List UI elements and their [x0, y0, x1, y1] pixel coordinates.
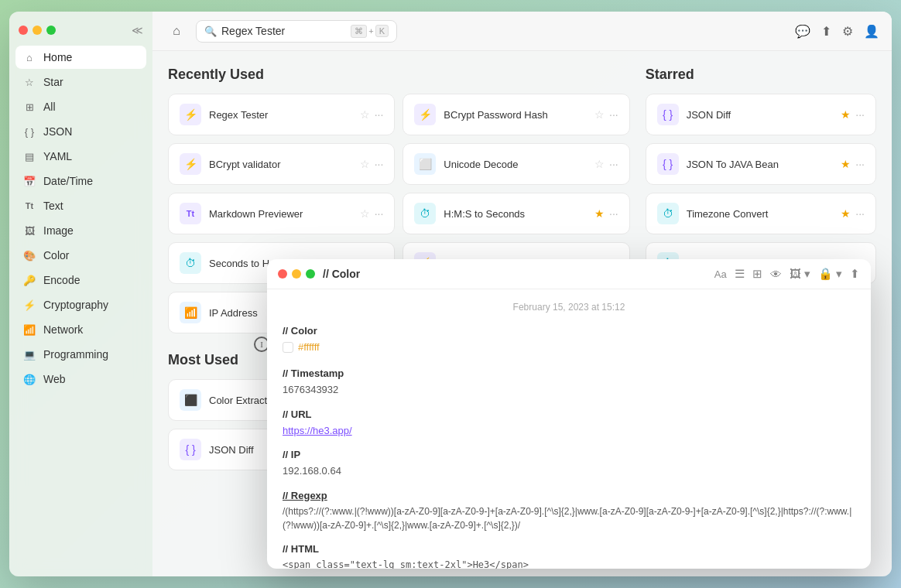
list-view-icon[interactable]: ☰: [735, 267, 745, 281]
more-timezone-starred[interactable]: ···: [855, 207, 865, 220]
modal-tools: Aa ☰ ⊞ 👁 🖼 ▾ 🔒 ▾ ⬆: [714, 267, 860, 281]
tool-name-unicode-decode: Unicode Decode: [444, 159, 587, 170]
sidebar-item-cryptography[interactable]: ⚡ Cryptography: [15, 293, 146, 316]
modal-url-value[interactable]: https://he3.app/: [283, 423, 855, 439]
star-json-java[interactable]: ★: [841, 158, 851, 170]
tool-name-bcrypt-validator: BCrypt validator: [209, 159, 352, 170]
sidebar-item-text[interactable]: Tt Text: [15, 194, 146, 217]
top-bar: ⌂ 🔍 ⌘ + K 💬 ⬆ ⚙ 👤: [152, 12, 892, 51]
search-input[interactable]: [221, 25, 346, 37]
tool-card-hms-to-seconds[interactable]: ⏱ H:M:S to Seconds ★ ···: [403, 193, 629, 234]
datetime-icon: 📅: [23, 175, 36, 187]
color-modal[interactable]: // Color Aa ☰ ⊞ 👁 🖼 ▾ 🔒 ▾ ⬆ February 15,…: [267, 259, 871, 569]
font-size-icon[interactable]: Aa: [714, 268, 727, 280]
tool-card-unicode-decode[interactable]: ⬜ Unicode Decode ☆ ···: [403, 143, 629, 185]
modal-title: // Color: [323, 268, 707, 280]
more-markdown[interactable]: ···: [375, 207, 384, 220]
web-icon: 🌐: [23, 373, 36, 385]
lock-icon[interactable]: 🔒 ▾: [818, 267, 842, 281]
tool-card-json-diff-starred[interactable]: { } JSON Diff ★ ···: [646, 94, 876, 135]
sidebar-item-yaml[interactable]: ▤ YAML: [15, 145, 146, 168]
more-hms-to-seconds[interactable]: ···: [609, 207, 618, 220]
modal-close-button[interactable]: [278, 269, 287, 279]
card-actions-regex: ☆ ···: [360, 108, 384, 121]
modal-section-color: // Color #ffffff: [283, 325, 855, 357]
sidebar-header: ≪: [9, 21, 152, 46]
modal-ip-value: 192.168.0.64: [283, 463, 855, 479]
minimize-button[interactable]: [33, 26, 42, 35]
sidebar-item-star-label: Star: [43, 76, 63, 88]
star-markdown[interactable]: ☆: [360, 207, 370, 220]
home-button[interactable]: ⌂: [165, 19, 188, 43]
close-button[interactable]: [19, 26, 28, 35]
sidebar-item-network[interactable]: 📶 Network: [15, 318, 146, 341]
sidebar-item-encode[interactable]: 🔑 Encode: [15, 268, 146, 292]
tool-icon-json-java: { }: [657, 153, 679, 175]
star-hms-to-seconds[interactable]: ★: [594, 207, 605, 220]
sidebar-item-json-label: JSON: [43, 125, 72, 138]
recently-used-title: Recently Used: [168, 67, 630, 83]
image-modal-icon[interactable]: 🖼 ▾: [790, 267, 810, 281]
message-icon[interactable]: 💬: [795, 24, 810, 39]
image-icon: 🖼: [23, 224, 36, 237]
search-bar[interactable]: 🔍 ⌘ + K: [196, 20, 397, 43]
cryptography-icon: ⚡: [23, 299, 36, 311]
more-unicode-decode[interactable]: ···: [609, 158, 618, 170]
more-bcrypt-validator[interactable]: ···: [375, 158, 384, 170]
modal-maximize-button[interactable]: [306, 269, 315, 279]
more-json-diff-starred[interactable]: ···: [855, 108, 865, 121]
tool-card-json-java[interactable]: { } JSON To JAVA Bean ★ ···: [646, 143, 876, 185]
tool-card-markdown[interactable]: Tt Markdown Previewer ☆ ···: [168, 193, 395, 234]
star-bcrypt-validator[interactable]: ☆: [360, 158, 370, 170]
eye-icon[interactable]: 👁: [770, 268, 782, 281]
settings-icon[interactable]: ⚙: [842, 24, 853, 39]
star-json-diff-starred[interactable]: ★: [841, 108, 851, 121]
sidebar-item-programming[interactable]: 💻 Programming: [15, 343, 146, 366]
star-regex-tester[interactable]: ☆: [360, 108, 370, 121]
star-timezone-starred[interactable]: ★: [841, 207, 851, 220]
export-icon[interactable]: ⬆: [850, 267, 860, 281]
tool-card-bcrypt-validator[interactable]: ⚡ BCrypt validator ☆ ···: [168, 143, 395, 185]
yaml-icon: ▤: [23, 150, 36, 162]
modal-section-url: // URL https://he3.app/: [283, 409, 855, 439]
sidebar-item-image[interactable]: 🖼 Image: [15, 219, 146, 242]
tool-name-markdown: Markdown Previewer: [209, 208, 352, 220]
maximize-button[interactable]: [46, 26, 56, 35]
user-icon[interactable]: 👤: [864, 24, 879, 39]
sidebar-item-web[interactable]: 🌐 Web: [15, 368, 146, 391]
sidebar-item-datetime[interactable]: 📅 Date/Time: [15, 169, 146, 193]
json-icon: { }: [23, 125, 36, 138]
tool-card-regex-tester[interactable]: ⚡ Regex Tester ☆ ···: [168, 94, 395, 135]
modal-minimize-button[interactable]: [292, 269, 301, 279]
sidebar-item-json[interactable]: { } JSON: [15, 120, 146, 143]
more-regex-tester[interactable]: ···: [375, 108, 384, 121]
modal-traffic-lights: [278, 269, 315, 279]
url-link[interactable]: https://he3.app/: [283, 425, 352, 436]
tool-name-timezone-starred: Timezone Convert: [687, 208, 834, 220]
sidebar-item-encode-label: Encode: [43, 274, 80, 286]
sidebar-item-color[interactable]: 🎨 Color: [15, 244, 146, 267]
sidebar-item-datetime-label: Date/Time: [43, 175, 93, 187]
star-bcrypt-hash[interactable]: ☆: [594, 108, 605, 121]
cmd-key: ⌘: [351, 25, 367, 38]
tool-icon-color-extraction: ⬛: [180, 389, 201, 411]
more-bcrypt-hash[interactable]: ···: [609, 108, 618, 121]
star-unicode-decode[interactable]: ☆: [594, 158, 605, 170]
tool-icon-ip-address: 📶: [180, 302, 201, 323]
grid-view-icon[interactable]: ⊞: [752, 267, 762, 281]
k-key: K: [375, 25, 389, 37]
tool-card-bcrypt-hash[interactable]: ⚡ BCrypt Password Hash ☆ ···: [403, 94, 629, 135]
modal-regexp-label: // Regexp: [283, 490, 855, 501]
tool-name-json-diff-starred: JSON Diff: [687, 109, 834, 121]
card-actions-unicode-decode: ☆ ···: [594, 158, 618, 170]
collapse-sidebar-button[interactable]: ≪: [132, 24, 143, 36]
sidebar-item-home[interactable]: ⌂ Home: [15, 46, 146, 69]
modal-section-ip: // IP 192.168.0.64: [283, 449, 855, 479]
tool-icon-timezone-starred: ⏱: [657, 203, 679, 224]
more-json-java[interactable]: ···: [855, 158, 865, 170]
share-icon[interactable]: ⬆: [821, 24, 831, 39]
sidebar-item-star[interactable]: ☆ Star: [15, 70, 146, 94]
tool-card-timezone-starred[interactable]: ⏱ Timezone Convert ★ ···: [646, 193, 876, 234]
sidebar-item-all[interactable]: ⊞ All: [15, 95, 146, 118]
sidebar-item-yaml-label: YAML: [43, 150, 72, 162]
